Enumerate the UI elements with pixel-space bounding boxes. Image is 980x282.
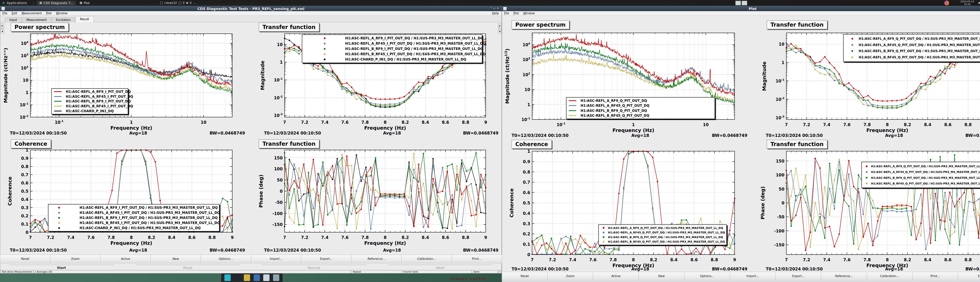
options-button[interactable]: Options... bbox=[684, 272, 730, 280]
window-titlebar[interactable]: CDS Diagnostic Test Tools - PR3_REFL_sen… bbox=[0, 6, 501, 11]
status-bar: Test done (Measurements 1 / Averages 18)… bbox=[0, 270, 501, 273]
terminal-icon[interactable] bbox=[234, 274, 240, 281]
svg-text:-100: -100 bbox=[774, 229, 784, 233]
legend-entry: H1:ASC-REFL_A_RF45_Q_PIT_OUT_DQ bbox=[566, 104, 714, 108]
print-button[interactable]: Print... bbox=[912, 272, 958, 280]
start-button[interactable]: Start bbox=[9, 265, 114, 271]
svg-text:8.6: 8.6 bbox=[690, 258, 698, 262]
calibration-button[interactable]: Calibration... bbox=[867, 272, 913, 280]
svg-text:10-1: 10-1 bbox=[557, 122, 565, 127]
reference-button[interactable]: Reference... bbox=[821, 272, 867, 280]
svg-text:0: 0 bbox=[781, 201, 784, 206]
svg-text:7.8: 7.8 bbox=[361, 235, 369, 240]
menu-window[interactable]: Window bbox=[521, 11, 537, 15]
package-icon[interactable] bbox=[244, 274, 250, 281]
notify-icon[interactable] bbox=[186, 2, 188, 4]
active-button[interactable]: Active bbox=[100, 255, 151, 263]
svg-text:0.6: 0.6 bbox=[21, 181, 29, 185]
plot-footer: T0=12/03/2024 00:10:50Avg=18BW=0.0468749 bbox=[264, 248, 498, 253]
plot-legend: H1:ASC-REFL_A_RF9_I_PIT_OUT_DQH1:ASC-REF… bbox=[51, 88, 128, 114]
zoom-button[interactable]: Zoom bbox=[50, 255, 100, 263]
legend-swatch-icon bbox=[58, 222, 60, 224]
export-button[interactable]: Export... bbox=[775, 272, 821, 280]
svg-text:8: 8 bbox=[632, 258, 635, 262]
desktop-panel: ✕ Applications ⋮ CDS Diagnostic T...Plot… bbox=[0, 0, 980, 6]
svg-text:8.6: 8.6 bbox=[188, 235, 196, 240]
legend-entry: H1:ASC-REFL_A_RF45_I_PIT_OUT_DQ / H1:SUS… bbox=[48, 211, 219, 215]
svg-text:7.2: 7.2 bbox=[301, 120, 308, 125]
browser-icon[interactable] bbox=[254, 274, 260, 281]
menu-edit[interactable]: Edit bbox=[10, 11, 19, 15]
svg-text:Phase (deg): Phase (deg) bbox=[258, 174, 264, 208]
scroll-right-icon[interactable]: ▶ bbox=[1, 23, 4, 29]
menu-measurement[interactable]: Measurement bbox=[19, 11, 44, 15]
scroll-up-icon[interactable]: ▲ bbox=[1, 29, 4, 33]
import-button[interactable]: Import... bbox=[730, 272, 776, 280]
menu-plot[interactable]: Plot bbox=[44, 11, 54, 15]
exit-button[interactable]: Exit bbox=[958, 272, 980, 280]
svg-text:8.8: 8.8 bbox=[964, 258, 972, 262]
resize-grip[interactable] bbox=[498, 270, 501, 273]
taskbar-item[interactable]: Plot bbox=[77, 1, 92, 5]
reset-button[interactable]: Reset bbox=[0, 255, 50, 263]
new-button[interactable]: New bbox=[151, 255, 201, 263]
chart-transfer-function-phase[interactable]: 77.27.47.67.888.28.48.68.89150100500-50-… bbox=[759, 138, 980, 271]
active-button[interactable]: Active bbox=[593, 272, 639, 280]
workspace-icon[interactable] bbox=[178, 2, 181, 4]
svg-text:103: 103 bbox=[523, 57, 530, 62]
clock[interactable]: 2024-03-14 10:50 bbox=[960, 0, 974, 6]
plot-footer: T0=12/03/2024 00:10:50Avg=18BW=0.0468749 bbox=[10, 248, 245, 253]
menu-file[interactable]: File bbox=[0, 11, 10, 15]
plot-title: Transfer function bbox=[767, 140, 827, 149]
reset-button[interactable]: Reset bbox=[502, 272, 547, 280]
firefox-icon[interactable] bbox=[944, 1, 949, 5]
tab-result[interactable]: Result bbox=[75, 16, 94, 22]
plot-button-row: ResetZoomActiveNewOptions...Import...Exp… bbox=[0, 255, 502, 263]
measurement-control-row: StartPauseResumeAbort bbox=[9, 265, 493, 271]
screwdriver-icon bbox=[978, 1, 980, 4]
distro-logo-icon[interactable]: ✕ bbox=[2, 1, 5, 5]
chart-coherence[interactable]: 77.27.47.67.888.28.48.68.8910.90.80.70.6… bbox=[504, 138, 755, 271]
export-button[interactable]: Export... bbox=[301, 255, 352, 263]
chart-power-spectrum[interactable]: 10-111010410310210110-110-2Frequency (Hz… bbox=[4, 22, 252, 137]
menu-file[interactable]: File bbox=[502, 11, 511, 15]
zoom-button[interactable]: Zoom bbox=[547, 272, 593, 280]
viewer-icon[interactable] bbox=[263, 274, 269, 281]
import-button[interactable]: Import... bbox=[251, 255, 301, 263]
workspace-pager[interactable] bbox=[735, 1, 747, 5]
window-controls-icon[interactable]: ⌃▭✕ bbox=[490, 7, 500, 10]
applications-menu[interactable]: Applications bbox=[7, 1, 27, 5]
menu-window[interactable]: Window bbox=[54, 11, 70, 15]
svg-text:8: 8 bbox=[384, 235, 387, 240]
svg-text:10: 10 bbox=[525, 87, 530, 92]
svg-text:10: 10 bbox=[23, 78, 29, 82]
plot-footer: T0=12/03/2024 00:10:50Avg=18BW=0.0468749 bbox=[766, 133, 980, 138]
plot-footer: T0=12/03/2024 00:10:50Avg=18BW=0.0468749 bbox=[766, 267, 980, 271]
t0-label: T0=12/03/2024 00:10:50 bbox=[264, 248, 321, 253]
svg-text:7: 7 bbox=[531, 258, 534, 262]
files-icon[interactable] bbox=[273, 274, 279, 281]
reference-button[interactable]: Reference... bbox=[351, 255, 402, 263]
chart-coherence[interactable]: 77.27.47.67.888.28.48.68.8910.90.80.70.6… bbox=[4, 138, 252, 254]
calibration-button[interactable]: Calibration... bbox=[401, 255, 452, 263]
chart-transfer-function-phase[interactable]: 77.27.47.67.888.28.48.68.89150100500-50-… bbox=[254, 138, 500, 254]
legend-label: H1:ASC-REFL_A_RF45_Q_PIT_OUT_DQ / H1:SUS… bbox=[608, 231, 725, 234]
svg-text:0.1: 0.1 bbox=[523, 242, 530, 247]
menu-help[interactable]: Help bbox=[492, 11, 499, 15]
svg-text:104: 104 bbox=[523, 42, 530, 47]
svg-text:Coherence: Coherence bbox=[7, 176, 13, 206]
print-button[interactable]: Print... bbox=[452, 255, 502, 263]
new-button[interactable]: New bbox=[639, 272, 684, 280]
legend-entry: H1:ASC-CHARD_P_IN1_DQ / H1:SUS-PR3_M3_MA… bbox=[302, 57, 482, 61]
plot-panel: 77.27.47.67.888.28.48.68.8910110-110-210… bbox=[254, 22, 500, 137]
svg-text:1: 1 bbox=[25, 148, 29, 152]
chart-power-spectrum[interactable]: 10-111010410310210110-1Frequency (Hz)Mag… bbox=[504, 19, 755, 138]
menu-plot[interactable]: Plot bbox=[511, 11, 521, 15]
taskbar: CDS Diagnostic T...Plot bbox=[37, 1, 94, 5]
window-titlebar[interactable]: Plot ⌃▭✕ bbox=[502, 6, 980, 11]
options-button[interactable]: Options... bbox=[201, 255, 251, 263]
display-icon[interactable] bbox=[224, 274, 231, 281]
svg-text:7.2: 7.2 bbox=[803, 258, 810, 262]
taskbar-item[interactable]: CDS Diagnostic T... bbox=[37, 1, 76, 5]
legend-entry: H1:ASC-REFL_B_RF45_Q_PIT_OUT_DQ / H1:SUS… bbox=[862, 182, 980, 185]
